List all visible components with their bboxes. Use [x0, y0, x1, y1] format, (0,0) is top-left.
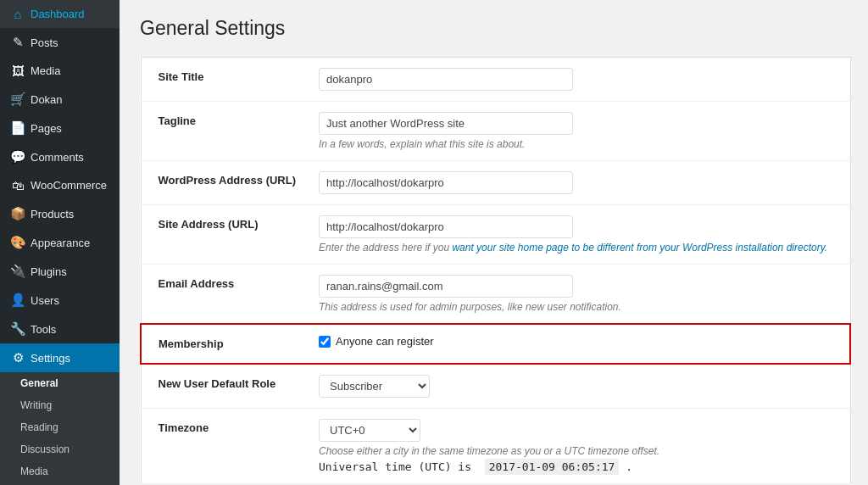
sidebar-item-label: Posts	[31, 36, 58, 49]
wp-address-input[interactable]	[319, 171, 573, 194]
email-help: This address is used for admin purposes,…	[319, 301, 842, 313]
sidebar-sub-item-reading[interactable]: Reading	[0, 416, 120, 438]
pages-icon: 📄	[10, 120, 25, 136]
settings-table: Site Title Tagline In a few words, expla…	[140, 57, 851, 484]
sidebar-item-media[interactable]: 🖼Media	[0, 57, 120, 85]
tagline-label: Tagline	[141, 102, 310, 161]
dokan-icon: 🛒	[10, 92, 25, 107]
utc-label: Universal time (UTC) is	[319, 460, 471, 473]
site-title-label: Site Title	[141, 58, 310, 102]
wp-address-row: WordPress Address (URL)	[141, 161, 850, 205]
sidebar-item-label: Tools	[31, 323, 56, 336]
sidebar-item-label: WooCommerce	[31, 179, 107, 192]
email-label: Email Address	[141, 265, 310, 325]
sidebar-item-comments[interactable]: 💬Comments	[0, 142, 120, 171]
sidebar-sub-item-media[interactable]: Media	[0, 460, 120, 482]
sidebar-item-tools[interactable]: 🔧Tools	[0, 315, 120, 343]
utc-time: 2017-01-09 06:05:17	[485, 459, 620, 475]
email-cell: This address is used for admin purposes,…	[310, 265, 850, 325]
sidebar-item-label: Users	[31, 294, 59, 307]
woocommerce-icon: 🛍	[10, 178, 25, 192]
posts-icon: ✎	[10, 35, 25, 50]
sidebar: ⌂Dashboard✎Posts🖼Media🛒Dokan📄Pages💬Comme…	[0, 0, 120, 485]
tools-icon: 🔧	[10, 321, 25, 337]
sidebar-item-dokan[interactable]: 🛒Dokan	[0, 85, 120, 114]
sidebar-item-label: Dokan	[31, 93, 63, 106]
site-address-help: Enter the address here if you want your …	[319, 242, 842, 254]
comments-icon: 💬	[10, 149, 25, 164]
email-row: Email Address This address is used for a…	[141, 265, 850, 325]
sidebar-sub-item-writing[interactable]: Writing	[0, 394, 120, 416]
sidebar-item-label: Plugins	[31, 265, 67, 278]
timezone-help: Choose either a city in the same timezon…	[319, 445, 842, 457]
wp-address-label: WordPress Address (URL)	[141, 161, 310, 205]
site-address-link[interactable]: want your site home page to be different…	[452, 242, 827, 254]
site-title-row: Site Title	[141, 58, 850, 102]
new-user-role-select[interactable]: SubscriberContributorAuthorEditorAdminis…	[319, 375, 430, 398]
sidebar-item-posts[interactable]: ✎Posts	[0, 28, 120, 57]
tagline-row: Tagline In a few words, explain what thi…	[141, 102, 850, 161]
email-input[interactable]	[319, 275, 573, 298]
sidebar-item-label: Appearance	[31, 237, 90, 249]
timezone-row: Timezone UTC+0UTC-1UTC-2UTC+1UTC+2UTC+5:…	[141, 409, 850, 484]
utc-display: Universal time (UTC) is 2017-01-09 06:05…	[319, 460, 842, 473]
membership-checkbox-text: Anyone can register	[336, 335, 434, 348]
new-user-role-row: New User Default Role SubscriberContribu…	[141, 364, 850, 409]
new-user-role-label: New User Default Role	[141, 364, 310, 409]
sidebar-item-products[interactable]: 📦Products	[0, 199, 120, 228]
timezone-select[interactable]: UTC+0UTC-1UTC-2UTC+1UTC+2UTC+5:30	[319, 419, 420, 442]
wp-address-cell	[310, 161, 850, 205]
products-icon: 📦	[10, 206, 25, 221]
sidebar-item-appearance[interactable]: 🎨Appearance	[0, 228, 120, 257]
page-title: General Settings	[140, 17, 851, 40]
site-address-row: Site Address (URL) Enter the address her…	[141, 205, 850, 265]
sidebar-sub-item-discussion[interactable]: Discussion	[0, 438, 120, 460]
sidebar-sub-item-general[interactable]: General	[0, 372, 120, 394]
sidebar-item-label: Products	[31, 208, 74, 220]
site-title-input[interactable]	[319, 68, 573, 91]
sidebar-item-label: Comments	[31, 151, 84, 164]
site-address-input[interactable]	[319, 215, 573, 238]
sidebar-item-settings[interactable]: ⚙Settings	[0, 343, 120, 372]
sidebar-nav: ⌂Dashboard✎Posts🖼Media🛒Dokan📄Pages💬Comme…	[0, 0, 120, 372]
sidebar-item-plugins[interactable]: 🔌Plugins	[0, 257, 120, 286]
site-title-cell	[310, 58, 850, 102]
dashboard-icon: ⌂	[10, 7, 25, 21]
tagline-input[interactable]	[319, 112, 573, 135]
media-icon: 🖼	[10, 64, 25, 78]
sidebar-item-pages[interactable]: 📄Pages	[0, 114, 120, 142]
plugins-icon: 🔌	[10, 264, 25, 279]
new-user-role-cell: SubscriberContributorAuthorEditorAdminis…	[310, 364, 850, 409]
site-address-cell: Enter the address here if you want your …	[310, 205, 850, 265]
membership-label: Membership	[141, 324, 310, 364]
sidebar-item-label: Media	[31, 64, 60, 77]
main-content: General Settings Site Title Tagline In a…	[120, 0, 868, 485]
timezone-cell: UTC+0UTC-1UTC-2UTC+1UTC+2UTC+5:30 Choose…	[310, 409, 850, 484]
membership-checkbox-label[interactable]: Anyone can register	[319, 335, 841, 348]
users-icon: 👤	[10, 293, 25, 308]
sidebar-item-woocommerce[interactable]: 🛍WooCommerce	[0, 171, 120, 199]
site-address-label: Site Address (URL)	[141, 205, 310, 265]
tagline-help: In a few words, explain what this site i…	[319, 138, 842, 150]
membership-cell: Anyone can register	[310, 324, 850, 364]
tagline-cell: In a few words, explain what this site i…	[310, 102, 850, 161]
sidebar-sub-nav: GeneralWritingReadingDiscussionMediaPerm…	[0, 372, 120, 485]
sidebar-item-label: Settings	[31, 352, 70, 365]
sidebar-item-dashboard[interactable]: ⌂Dashboard	[0, 0, 120, 28]
membership-row: Membership Anyone can register	[141, 324, 850, 364]
timezone-label: Timezone	[141, 409, 310, 484]
sidebar-item-label: Dashboard	[31, 8, 85, 20]
appearance-icon: 🎨	[10, 235, 25, 250]
sidebar-item-label: Pages	[31, 122, 62, 135]
settings-icon: ⚙	[10, 350, 25, 365]
membership-checkbox[interactable]	[319, 336, 331, 348]
sidebar-item-users[interactable]: 👤Users	[0, 286, 120, 315]
